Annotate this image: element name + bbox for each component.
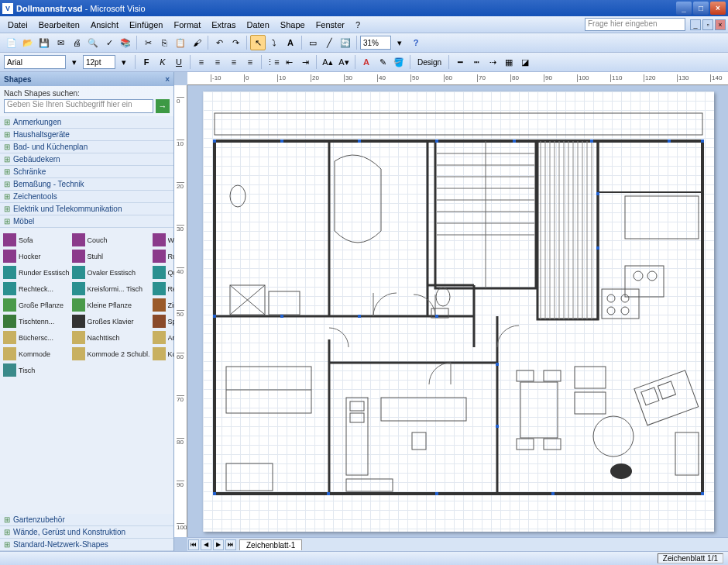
menu-ansicht[interactable]: Ansicht [85,19,124,31]
mail-button[interactable]: ✉ [53,35,68,50]
font-dropdown-button[interactable]: ▾ [67,54,82,70]
drawing-canvas[interactable] [187,85,728,537]
format-painter-button[interactable]: 🖌 [189,35,204,50]
shape-category[interactable]: Gartenzubehör [0,514,173,526]
line-pattern-button[interactable]: ┅ [469,54,484,70]
floorplan[interactable] [203,91,714,532]
align-right-button[interactable]: ≡ [226,54,242,70]
rectangle-tool-button[interactable]: ▭ [305,35,321,50]
pointer-tool-button[interactable]: ↖ [250,35,266,50]
align-left-button[interactable]: ≡ [194,54,209,70]
shape-stencil-item[interactable]: Stuhl [71,249,151,264]
shape-category[interactable]: Standard-Netzwerk-Shapes [0,539,173,551]
shapes-search-input[interactable]: Geben Sie Ihren Suchbegriff hier ein [4,99,153,113]
tab-next-button[interactable]: ▶ [213,539,224,550]
bullets-button[interactable]: ⋮≡ [265,54,280,70]
line-tool-button[interactable]: ╱ [321,35,337,50]
new-button[interactable]: 📄 [4,35,19,50]
tab-prev-button[interactable]: ◀ [201,539,211,550]
spellcheck-button[interactable]: ✓ [101,35,117,50]
menu-einfuegen[interactable]: Einfügen [124,19,168,31]
copy-button[interactable]: ⎘ [156,35,172,50]
doc-restore-button[interactable]: ▫ [702,19,713,30]
shape-stencil-item[interactable]: Runder Esstisch [2,265,70,280]
shape-category[interactable]: Bad- und Küchenplan [0,141,173,153]
menu-extras[interactable]: Extras [206,19,241,31]
shape-category[interactable]: Elektrik und Telekommunikation [0,203,173,215]
shape-stencil-item[interactable]: Großes Klavier [71,314,151,329]
decrease-indent-button[interactable]: ⇤ [281,54,297,70]
line-ends-button[interactable]: ⇢ [485,54,500,70]
sheet-tab-1[interactable]: Zeichenblatt-1 [239,539,302,550]
shape-stencil-item[interactable]: Tischtenn... [2,314,70,329]
shape-stencil-item[interactable]: Couch [71,233,151,247]
research-button[interactable]: 📚 [118,35,133,50]
align-justify-button[interactable]: ≡ [242,54,258,70]
shape-stencil-item[interactable]: Nachttisch [71,330,151,345]
maximize-button[interactable]: □ [693,2,709,15]
shape-category[interactable]: Bemaßung - Technik [0,178,173,191]
print-button[interactable]: 🖨 [69,35,84,50]
shadow-button[interactable]: ◪ [517,54,533,70]
cut-button[interactable]: ✂ [140,35,156,50]
zoom-dropdown-button[interactable]: ▾ [392,35,407,50]
text-tool-button[interactable]: A [283,35,298,50]
redo-button[interactable]: ↷ [228,35,243,50]
shape-category[interactable]: Gebäudekern [0,153,173,166]
line-weight-button[interactable]: ━ [452,54,468,70]
ruler-vertical[interactable]: 0102030405060708090100 [174,85,187,537]
paste-button[interactable]: 📋 [173,35,188,50]
shape-category[interactable]: Haushaltsgeräte [0,129,173,141]
ruler-horizontal[interactable]: -100102030405060708090100110120130140150 [187,72,728,85]
shape-stencil-item[interactable]: Kommode 2 Schubl. [71,346,151,361]
shape-stencil-item[interactable]: Kreisformi... Tisch [71,281,151,296]
size-dropdown-button[interactable]: ▾ [116,54,132,70]
shapes-search-go-button[interactable]: → [156,99,170,113]
menu-fenster[interactable]: Fenster [311,19,350,31]
help-button[interactable]: ? [408,35,424,50]
increase-font-button[interactable]: A▴ [320,54,335,70]
minimize-button[interactable]: _ [676,2,692,15]
doc-minimize-button[interactable]: _ [690,19,701,30]
rotate-button[interactable]: 🔄 [338,35,353,50]
shape-stencil-item[interactable]: Rechteck... [2,281,70,296]
bold-button[interactable]: F [139,54,154,70]
shape-category[interactable]: Möbel [0,215,173,228]
undo-button[interactable]: ↶ [211,35,227,50]
help-search[interactable]: Frage hier eingeben [585,18,685,31]
tab-last-button[interactable]: ⏭ [225,539,236,550]
shape-stencil-item[interactable]: Kleine Pflanze [71,298,151,312]
fill-color-button[interactable]: 🪣 [391,54,407,70]
open-button[interactable]: 📂 [20,35,36,50]
tab-first-button[interactable]: ⏮ [188,539,199,550]
connector-tool-button[interactable]: ⤵ [266,35,282,50]
shape-stencil-item[interactable]: Sofa [2,233,70,247]
menu-daten[interactable]: Daten [241,19,274,31]
shapes-close-button[interactable]: × [165,75,170,84]
decrease-font-button[interactable]: A▾ [336,54,352,70]
drawing-page[interactable] [203,91,714,532]
zoom-select[interactable]: 31% [360,36,391,50]
menu-format[interactable]: Format [168,19,206,31]
font-size-select[interactable]: 12pt [83,55,115,69]
save-button[interactable]: 💾 [36,35,52,50]
shape-category[interactable]: Wände, Gerüst und Konstruktion [0,526,173,539]
font-color-button[interactable]: A [359,54,374,70]
close-button[interactable]: × [710,2,726,15]
shape-stencil-item[interactable]: Große Pflanze [2,298,70,312]
shape-stencil-item[interactable]: Büchersc... [2,330,70,345]
menu-datei[interactable]: Datei [2,19,33,31]
italic-button[interactable]: K [155,54,170,70]
design-button[interactable]: Design [414,54,445,70]
line-color-button[interactable]: ✎ [375,54,390,70]
shape-stencil-item[interactable]: Kommode [2,346,70,361]
align-center-button[interactable]: ≡ [210,54,225,70]
shape-category[interactable]: Zeichentools [0,191,173,203]
fill-pattern-button[interactable]: ▦ [501,54,517,70]
shape-stencil-item[interactable]: Hocker [2,249,70,264]
doc-close-button[interactable]: × [715,19,726,30]
menu-bearbeiten[interactable]: Bearbeiten [33,19,85,31]
shape-stencil-item[interactable]: Tisch [2,363,70,377]
underline-button[interactable]: U [171,54,187,70]
preview-button[interactable]: 🔍 [85,35,101,50]
